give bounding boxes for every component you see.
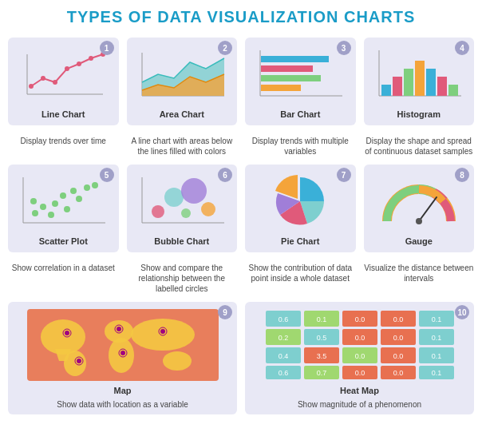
svg-rect-22	[393, 77, 402, 96]
svg-point-34	[60, 192, 66, 199]
badge-8: 8	[455, 168, 469, 182]
svg-point-4	[53, 80, 57, 85]
svg-point-66	[77, 359, 81, 363]
svg-point-49	[416, 218, 422, 224]
svg-text:0.6: 0.6	[278, 315, 288, 323]
badge-4: 4	[455, 41, 469, 55]
badge-10: 10	[455, 305, 469, 319]
badge-5: 5	[100, 168, 114, 182]
svg-point-46	[201, 202, 215, 216]
badge-6: 6	[218, 168, 232, 182]
svg-text:0.4: 0.4	[278, 352, 288, 360]
svg-point-55	[109, 338, 134, 373]
svg-rect-16	[261, 65, 313, 72]
scatter-label: Scatter Plot	[39, 236, 88, 246]
svg-rect-27	[448, 85, 458, 96]
svg-point-64	[120, 351, 125, 355]
pie-desc: Show the contribution of data point insi…	[245, 263, 356, 294]
bar-chart-label: Bar Chart	[280, 109, 320, 119]
area-chart-label: Area Chart	[160, 109, 204, 119]
chart-grid-row3: 9	[8, 302, 474, 414]
svg-line-48	[419, 197, 437, 221]
svg-text:0.0: 0.0	[393, 315, 403, 323]
svg-point-30	[32, 210, 38, 216]
histogram-label: Histogram	[397, 109, 441, 119]
title-prefix: TYPES OF DATA VISUALIZATION	[67, 8, 344, 26]
badge-1: 1	[100, 41, 114, 55]
svg-point-5	[65, 66, 69, 71]
chart-grid-row2: 5 Scatter Plot 6	[8, 165, 474, 252]
svg-point-57	[163, 351, 192, 371]
svg-point-40	[64, 206, 70, 212]
svg-point-44	[164, 188, 184, 207]
chart-card-heatmap: 10 0.6 0.1 0.0 0.0 0.1 0.2 0.5	[245, 302, 474, 414]
bubble-label: Bubble Chart	[154, 236, 209, 246]
title-highlight: CHARTS	[344, 8, 415, 26]
svg-text:0.7: 0.7	[316, 369, 326, 377]
area-chart-desc: A line chart with areas below the lines …	[127, 136, 238, 157]
svg-point-33	[52, 200, 58, 207]
svg-point-31	[40, 204, 46, 210]
svg-text:0.5: 0.5	[316, 334, 326, 342]
svg-point-35	[48, 212, 54, 218]
histogram-desc: Display the shape and spread of continuo…	[364, 136, 475, 157]
scatter-visual	[13, 169, 114, 233]
svg-text:0.6: 0.6	[278, 369, 288, 377]
chart-card-map: 9	[8, 302, 237, 414]
scatter-desc: Show correlation in a dataset	[8, 263, 119, 294]
bubble-desc: Show and compare the relationship betwee…	[127, 263, 238, 294]
svg-text:0.0: 0.0	[354, 369, 365, 377]
svg-text:0.0: 0.0	[354, 315, 365, 323]
svg-point-62	[160, 329, 165, 334]
svg-text:0.0: 0.0	[354, 334, 365, 342]
map-label: Map	[114, 386, 132, 395]
svg-rect-21	[381, 85, 391, 96]
svg-text:0.1: 0.1	[431, 352, 441, 360]
svg-point-45	[181, 178, 207, 204]
chart-card-area: 2 Area Chart	[127, 38, 238, 125]
svg-point-7	[89, 56, 93, 61]
svg-rect-17	[261, 75, 321, 81]
svg-point-3	[41, 76, 45, 81]
svg-text:3.5: 3.5	[316, 352, 326, 360]
heatmap-desc: Show magnitude of a phenomenon	[298, 399, 421, 410]
heatmap-visual: 0.6 0.1 0.0 0.0 0.1 0.2 0.5 0.0 0.0 0.	[250, 307, 469, 383]
chart-card-pie: 7 Pie Chart	[245, 165, 356, 252]
svg-text:0.0: 0.0	[393, 352, 403, 360]
chart-card-gauge: 8 Gauge	[364, 165, 475, 252]
pie-visual	[250, 169, 351, 233]
svg-text:0.0: 0.0	[393, 334, 403, 342]
desc-grid-row1: Display trends over time A line chart wi…	[8, 133, 474, 157]
badge-2: 2	[218, 41, 232, 55]
svg-point-2	[29, 84, 34, 89]
svg-text:0.2: 0.2	[278, 334, 288, 342]
gauge-desc: Visualize the distance between intervals	[364, 263, 475, 294]
svg-text:0.1: 0.1	[316, 315, 326, 323]
map-desc: Show data with location as a variable	[57, 399, 188, 410]
svg-point-43	[152, 205, 164, 218]
svg-text:0.0: 0.0	[354, 352, 365, 360]
bar-chart-desc: Display trends with multiple variables	[245, 136, 356, 157]
gauge-label: Gauge	[405, 236, 433, 246]
svg-text:0.0: 0.0	[393, 369, 403, 377]
svg-point-37	[76, 196, 82, 202]
chart-grid-row1: 1 Line Chart 2	[8, 38, 474, 125]
heatmap-label: Heat Map	[340, 386, 379, 395]
badge-7: 7	[337, 168, 351, 182]
line-chart-label: Line Chart	[41, 109, 85, 119]
chart-card-histogram: 4 Histogram	[364, 38, 475, 125]
desc-grid-row2: Show correlation in a dataset Show and c…	[8, 260, 474, 294]
page-title: TYPES OF DATA VISUALIZATION CHARTS	[8, 8, 474, 26]
svg-rect-25	[426, 69, 436, 96]
svg-rect-26	[437, 77, 447, 96]
bubble-visual	[132, 169, 233, 233]
chart-card-bar: 3 Bar Chart	[245, 38, 356, 125]
svg-point-6	[77, 61, 81, 66]
badge-3: 3	[337, 41, 351, 55]
svg-rect-23	[404, 69, 413, 96]
svg-text:0.1: 0.1	[431, 315, 441, 323]
svg-point-60	[117, 327, 121, 331]
svg-text:0.1: 0.1	[431, 334, 441, 342]
chart-card-bubble: 6 Bubble Chart	[127, 165, 238, 252]
svg-point-47	[181, 208, 191, 218]
